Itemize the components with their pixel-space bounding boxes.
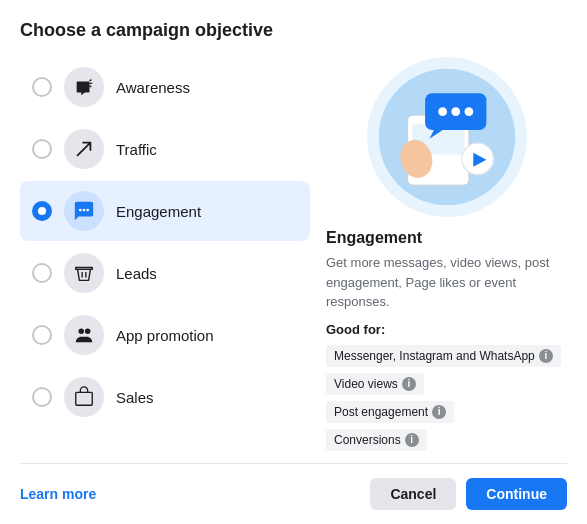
tag-video-views: Video views i <box>326 373 424 395</box>
learn-more-button[interactable]: Learn more <box>20 486 96 502</box>
svg-point-1 <box>83 209 86 212</box>
radio-traffic[interactable] <box>32 139 52 159</box>
objective-awareness[interactable]: Awareness <box>20 57 310 117</box>
objective-traffic[interactable]: Traffic <box>20 119 310 179</box>
footer-action-buttons: Cancel Continue <box>370 478 567 510</box>
detail-title: Engagement <box>326 229 567 247</box>
engagement-label: Engagement <box>116 203 201 220</box>
radio-sales[interactable] <box>32 387 52 407</box>
objective-sales[interactable]: Sales <box>20 367 310 427</box>
dialog-footer: Learn more Cancel Continue <box>20 463 567 524</box>
app-promotion-icon <box>64 315 104 355</box>
tag-conversions-info-icon[interactable]: i <box>405 433 419 447</box>
objective-leads[interactable]: Leads <box>20 243 310 303</box>
awareness-icon <box>64 67 104 107</box>
svg-point-2 <box>86 209 89 212</box>
tag-video-views-text: Video views <box>334 377 398 391</box>
radio-app-promotion[interactable] <box>32 325 52 345</box>
tag-post-engagement-text: Post engagement <box>334 405 428 419</box>
cancel-button[interactable]: Cancel <box>370 478 456 510</box>
good-for-label: Good for: <box>326 322 567 337</box>
detail-panel: Engagement Get more messages, video view… <box>326 57 567 455</box>
app-promotion-label: App promotion <box>116 327 214 344</box>
dialog-content: Awareness Traffic <box>20 57 567 455</box>
svg-point-3 <box>79 329 85 335</box>
tag-conversions: Conversions i <box>326 429 427 451</box>
radio-awareness[interactable] <box>32 77 52 97</box>
sales-icon <box>64 377 104 417</box>
svg-point-0 <box>79 209 82 212</box>
tag-conversions-text: Conversions <box>334 433 401 447</box>
engagement-illustration <box>367 57 527 217</box>
tag-messenger: Messenger, Instagram and WhatsApp i <box>326 345 561 367</box>
tag-post-engagement: Post engagement i <box>326 401 454 423</box>
svg-rect-5 <box>76 392 93 405</box>
leads-icon <box>64 253 104 293</box>
leads-label: Leads <box>116 265 157 282</box>
traffic-icon <box>64 129 104 169</box>
objectives-list: Awareness Traffic <box>20 57 310 455</box>
svg-point-4 <box>85 329 91 335</box>
tag-video-views-info-icon[interactable]: i <box>402 377 416 391</box>
svg-point-11 <box>451 107 460 116</box>
sales-label: Sales <box>116 389 154 406</box>
campaign-objective-dialog: Choose a campaign objective Awareness <box>0 0 587 524</box>
detail-description: Get more messages, video views, post eng… <box>326 253 567 312</box>
objective-app-promotion[interactable]: App promotion <box>20 305 310 365</box>
traffic-label: Traffic <box>116 141 157 158</box>
radio-engagement[interactable] <box>32 201 52 221</box>
tags-list: Messenger, Instagram and WhatsApp i Vide… <box>326 345 567 456</box>
tag-messenger-text: Messenger, Instagram and WhatsApp <box>334 349 535 363</box>
awareness-label: Awareness <box>116 79 190 96</box>
svg-point-12 <box>464 107 473 116</box>
svg-point-10 <box>438 107 447 116</box>
continue-button[interactable]: Continue <box>466 478 567 510</box>
objective-engagement[interactable]: Engagement <box>20 181 310 241</box>
engagement-icon <box>64 191 104 231</box>
dialog-title: Choose a campaign objective <box>20 20 567 41</box>
tag-messenger-info-icon[interactable]: i <box>539 349 553 363</box>
tag-post-engagement-info-icon[interactable]: i <box>432 405 446 419</box>
radio-leads[interactable] <box>32 263 52 283</box>
